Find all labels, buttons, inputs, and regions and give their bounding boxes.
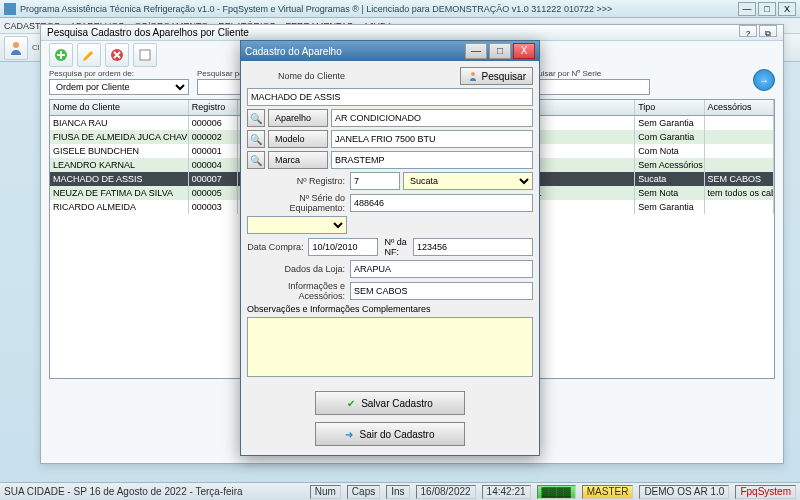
cell: Com Garantia xyxy=(635,130,704,144)
cell: 000004 xyxy=(189,158,239,172)
salvar-button[interactable]: ✔Salvar Cadastro xyxy=(315,391,465,415)
cell: 000006 xyxy=(189,116,239,130)
marca-input[interactable] xyxy=(331,151,533,169)
loja-input[interactable] xyxy=(350,260,533,278)
svg-point-0 xyxy=(13,42,19,48)
sair-button[interactable]: ➜Sair do Cadastro xyxy=(315,422,465,446)
cell: FIUSA DE ALMEIDA JUCA CHAVES xyxy=(50,130,189,144)
extra-select[interactable] xyxy=(247,216,347,234)
window-title: Programa Assistência Técnica Refrigeraçã… xyxy=(20,4,736,14)
status-brand: FpqSystem xyxy=(735,485,796,499)
status-location: SUA CIDADE - SP 16 de Agosto de 2022 - T… xyxy=(4,486,243,497)
cell: RICARDO ALMEIDA xyxy=(50,200,189,214)
panel-close-button[interactable]: ⧉ xyxy=(759,25,777,37)
nf-label: Nº da NF: xyxy=(381,237,410,257)
exit-icon: ➜ xyxy=(345,429,353,440)
aparelho-button[interactable]: Aparelho xyxy=(268,109,328,127)
dialog-max-button[interactable]: □ xyxy=(489,43,511,59)
nome-input[interactable] xyxy=(247,88,533,106)
pesquisar-button[interactable]: Pesquisar xyxy=(460,67,533,85)
status-prog1: ▓▓▓▓ xyxy=(537,485,576,499)
cell: tem todos os cab xyxy=(705,186,774,200)
panel-help-button[interactable]: ? xyxy=(739,25,757,37)
aparelho-input[interactable] xyxy=(331,109,533,127)
cell: Sem Nota xyxy=(635,186,704,200)
check-icon: ✔ xyxy=(347,398,355,409)
cell: Sem Acessórios xyxy=(635,158,704,172)
cell: BIANCA RAU xyxy=(50,116,189,130)
cell: Sem Garantia xyxy=(635,116,704,130)
registro-label: Nº Registro: xyxy=(247,176,347,186)
dialog-title: Cadastro do Aparelho xyxy=(245,46,463,57)
add-icon[interactable] xyxy=(49,43,73,67)
cell: NEUZA DE FATIMA DA SILVA xyxy=(50,186,189,200)
cell: LEANDRO KARNAL xyxy=(50,158,189,172)
order-select[interactable]: Ordem por Cliente xyxy=(49,79,189,95)
panel-titlebar: Pesquisa Cadastro dos Aparelhos por Clie… xyxy=(41,25,783,41)
dialog-titlebar[interactable]: Cadastro do Aparelho — □ X xyxy=(241,41,539,61)
maximize-button[interactable]: □ xyxy=(758,2,776,16)
delete-icon[interactable] xyxy=(105,43,129,67)
close-button[interactable]: X xyxy=(778,2,796,16)
obs-textarea[interactable] xyxy=(247,317,533,377)
cell: 000005 xyxy=(189,186,239,200)
status-bar: SUA CIDADE - SP 16 de Agosto de 2022 - T… xyxy=(0,482,800,500)
cadastro-dialog: Cadastro do Aparelho — □ X Nome do Clien… xyxy=(240,40,540,456)
col-acess[interactable]: Acessórios xyxy=(705,100,774,115)
serie-label: Nº Série do Equipamento: xyxy=(247,193,347,213)
cell: Com Nota xyxy=(635,144,704,158)
person-search-icon xyxy=(467,70,479,82)
col-tipo[interactable]: Tipo xyxy=(635,100,704,115)
col-registro[interactable]: Registro xyxy=(189,100,239,115)
app-icon xyxy=(4,3,16,15)
serie-input[interactable] xyxy=(350,194,533,212)
data-label: Data Compra: xyxy=(247,242,305,252)
svg-rect-4 xyxy=(140,50,150,60)
status-time: 14:42:21 xyxy=(482,485,531,499)
cell xyxy=(705,158,774,172)
minimize-button[interactable]: — xyxy=(738,2,756,16)
cell: 000001 xyxy=(189,144,239,158)
cell: 000007 xyxy=(189,172,239,186)
nf-input[interactable] xyxy=(413,238,533,256)
window-titlebar: Programa Assistência Técnica Refrigeraçã… xyxy=(0,0,800,18)
status-master: MASTER xyxy=(582,485,634,499)
data-input[interactable] xyxy=(308,238,378,256)
marca-button[interactable]: Marca xyxy=(268,151,328,169)
aparelho-search-icon[interactable]: 🔍 xyxy=(247,109,265,127)
status-ins: Ins xyxy=(386,485,409,499)
status-num: Num xyxy=(310,485,341,499)
info-input[interactable] xyxy=(350,282,533,300)
search-go-button[interactable]: → xyxy=(753,69,775,91)
loja-label: Dados da Loja: xyxy=(247,264,347,274)
export-icon[interactable] xyxy=(133,43,157,67)
status-select[interactable]: Sucata xyxy=(403,172,533,190)
modelo-input[interactable] xyxy=(331,130,533,148)
cell: GISELE BUNDCHEN xyxy=(50,144,189,158)
nome-label: Nome do Cliente xyxy=(247,71,347,81)
cell xyxy=(705,130,774,144)
svg-point-5 xyxy=(471,72,475,76)
dialog-close-button[interactable]: X xyxy=(513,43,535,59)
cell xyxy=(705,200,774,214)
modelo-search-icon[interactable]: 🔍 xyxy=(247,130,265,148)
col-nome[interactable]: Nome do Cliente xyxy=(50,100,189,115)
edit-icon[interactable] xyxy=(77,43,101,67)
registro-input[interactable] xyxy=(350,172,400,190)
dialog-min-button[interactable]: — xyxy=(465,43,487,59)
status-caps: Caps xyxy=(347,485,380,499)
cell xyxy=(705,144,774,158)
cell xyxy=(705,116,774,130)
marca-search-icon[interactable]: 🔍 xyxy=(247,151,265,169)
cell: Sucata xyxy=(635,172,704,186)
panel-title: Pesquisa Cadastro dos Aparelhos por Clie… xyxy=(47,25,737,40)
status-date: 16/08/2022 xyxy=(416,485,476,499)
modelo-button[interactable]: Modelo xyxy=(268,130,328,148)
cell: SEM CABOS xyxy=(705,172,774,186)
obs-label: Observações e Informações Complementares xyxy=(247,304,431,314)
cell: 000003 xyxy=(189,200,239,214)
clientes-button[interactable] xyxy=(4,36,28,60)
cell: 000002 xyxy=(189,130,239,144)
cell: Sem Garantia xyxy=(635,200,704,214)
status-demo: DEMO OS AR 1.0 xyxy=(639,485,729,499)
